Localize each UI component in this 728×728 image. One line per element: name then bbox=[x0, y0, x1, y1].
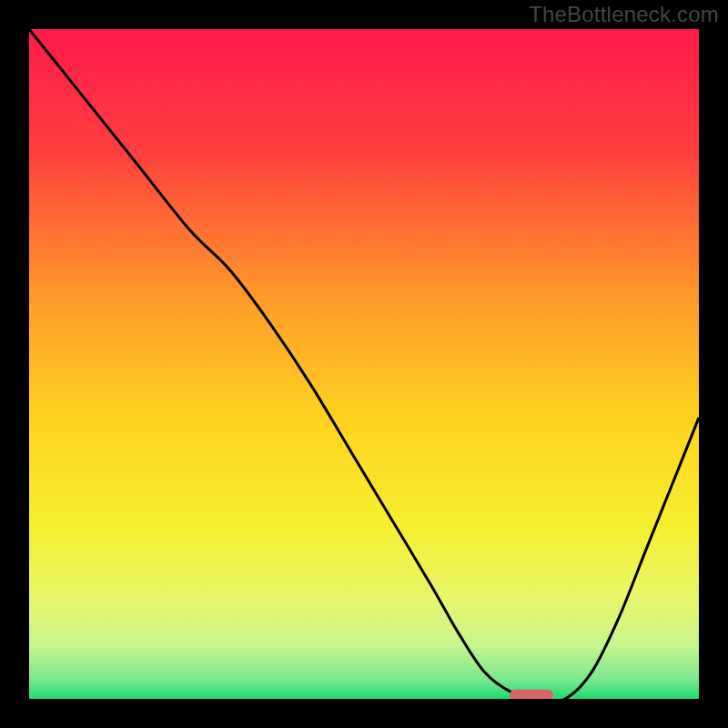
chart-overlay bbox=[29, 29, 699, 699]
plot-area bbox=[29, 29, 699, 699]
watermark-text: TheBottleneck.com bbox=[529, 2, 719, 27]
chart-frame: TheBottleneck.com bbox=[0, 0, 728, 728]
bottleneck-curve bbox=[29, 29, 699, 699]
optimal-range-marker bbox=[510, 690, 553, 699]
